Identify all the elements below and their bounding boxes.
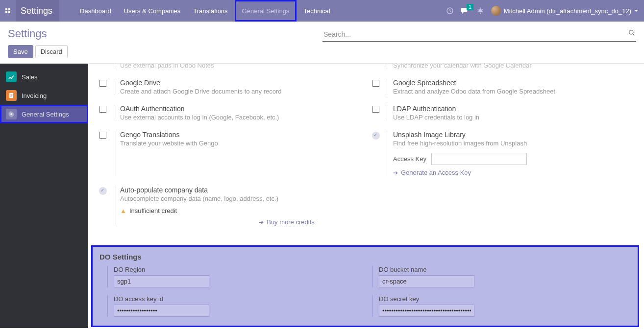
buy-credits-link[interactable]: ➔ Buy more credits	[248, 218, 326, 226]
checkbox-google-spreadsheet[interactable]	[372, 80, 379, 87]
messaging-badge: 1	[467, 4, 473, 10]
do-secret-label: DO secret key	[379, 295, 623, 303]
sidebar-item-invoicing[interactable]: Invoicing	[0, 86, 88, 105]
debug-icon[interactable]	[476, 7, 484, 15]
checkbox-google-drive[interactable]	[99, 80, 106, 87]
setting-desc: Autocomplete company data (name, logo, a…	[120, 195, 326, 202]
nav-dashboard[interactable]: Dashboard	[74, 0, 117, 22]
nav-users-companies[interactable]: Users & Companies	[118, 0, 187, 22]
setting-title: Auto-populate company data	[120, 186, 326, 194]
nav-translations[interactable]: Translations	[187, 0, 233, 22]
setting-unsplash: Unsplash Image Library Find free high-re…	[371, 131, 634, 176]
setting-title: Unsplash Image Library	[393, 131, 634, 139]
setting-title: OAuth Authentication	[120, 105, 361, 113]
control-panel: Settings Save Discard	[0, 22, 644, 64]
setting-desc: Find free high-resolution images from Un…	[393, 140, 634, 147]
sidebar-item-label: Sales	[22, 73, 38, 81]
checkbox-unsplash[interactable]	[372, 132, 380, 140]
do-settings-header: DO Settings	[93, 247, 638, 266]
page-title: Settings	[8, 27, 68, 40]
top-navbar: Settings Dashboard Users & Companies Tra…	[0, 0, 644, 22]
setting-title: Google Spreadsheet	[393, 79, 634, 87]
warning-icon: ▲	[120, 207, 126, 214]
unsplash-generate-link[interactable]: ➔ Generate an Access Key	[393, 169, 634, 176]
invoicing-icon	[6, 90, 17, 101]
do-bucket-input[interactable]	[379, 275, 474, 287]
sidebar-item-label: Invoicing	[22, 92, 47, 99]
unsplash-access-label: Access Key	[393, 155, 426, 163]
setting-gengo: Gengo Translations Translate your websit…	[98, 131, 361, 176]
nav-menu: Dashboard Users & Companies Translations…	[74, 0, 336, 22]
setting-desc: Use external accounts to log in (Google,…	[120, 114, 361, 121]
setting-google-spreadsheet: Google Spreadsheet Extract and analyze O…	[371, 79, 634, 95]
gear-icon	[6, 109, 17, 119]
setting-title: Google Drive	[120, 79, 361, 87]
setting-title: LDAP Authentication	[393, 105, 634, 113]
checkbox-ldap[interactable]	[372, 106, 379, 113]
setting-desc: Translate your website with Gengo	[120, 140, 361, 147]
setting-desc: Use LDAP credentials to log in	[393, 114, 634, 121]
do-settings-section: DO Settings DO Region DO bucket name	[91, 245, 639, 327]
setting-desc: Extract and analyze Odoo data from Googl…	[393, 88, 634, 95]
setting-title: Gengo Translations	[120, 131, 361, 139]
setting-desc: Synchronize your calendar with Google Ca…	[393, 64, 634, 69]
search-icon[interactable]	[628, 29, 635, 36]
sales-icon	[6, 71, 17, 82]
app-brand[interactable]: Settings	[16, 0, 59, 22]
setting-auto-populate: Auto-populate company data Autocomplete …	[98, 186, 634, 226]
settings-sidebar: Sales Invoicing General Settings	[0, 64, 88, 328]
nav-general-settings[interactable]: General Settings	[235, 0, 297, 22]
setting-oauth: OAuth Authentication Use external accoun…	[98, 105, 361, 121]
arrow-right-icon: ➔	[259, 219, 264, 226]
setting-ldap: LDAP Authentication Use LDAP credentials…	[371, 105, 634, 121]
do-region-input[interactable]	[114, 275, 209, 287]
do-access-label: DO access key id	[114, 295, 358, 303]
search-wrap	[322, 27, 636, 42]
discard-button[interactable]: Discard	[35, 45, 68, 58]
sidebar-item-general-settings[interactable]: General Settings	[0, 105, 88, 123]
save-button[interactable]: Save	[8, 45, 33, 58]
do-secret-input[interactable]	[379, 305, 474, 317]
do-access-input[interactable]	[114, 305, 209, 317]
checkbox-auto-populate[interactable]	[99, 187, 107, 195]
checkbox-gengo[interactable]	[99, 132, 106, 139]
messaging-icon[interactable]: 1	[461, 7, 470, 15]
sidebar-item-label: General Settings	[22, 111, 69, 118]
warn-text: Insufficient credit	[129, 207, 177, 214]
checkbox-oauth[interactable]	[99, 106, 106, 113]
sidebar-item-sales[interactable]: Sales	[0, 68, 88, 86]
user-name: Mitchell Admin (dtr_attachment_sync_do_1…	[504, 7, 631, 15]
nav-technical[interactable]: Technical	[297, 0, 336, 22]
apps-grid-icon	[5, 8, 10, 13]
settings-main: Use external pads in Odoo Notes Synchron…	[88, 64, 644, 328]
setting-desc: Use external pads in Odoo Notes	[120, 64, 361, 69]
search-input[interactable]	[322, 27, 636, 42]
arrow-right-icon: ➔	[393, 169, 398, 176]
unsplash-access-input[interactable]	[431, 153, 527, 165]
svg-point-2	[629, 30, 633, 34]
setting-desc: Create and attach Google Drive documents…	[120, 88, 361, 95]
clock-icon[interactable]	[446, 7, 454, 15]
nav-right: 1 Mitchell Admin (dtr_attachment_sync_do…	[446, 0, 644, 22]
do-bucket-label: DO bucket name	[379, 266, 623, 273]
do-region-label: DO Region	[114, 266, 358, 273]
svg-point-1	[479, 9, 482, 13]
setting-google-drive: Google Drive Create and attach Google Dr…	[98, 79, 361, 95]
avatar	[491, 6, 501, 16]
apps-launcher[interactable]	[0, 0, 16, 22]
chevron-down-icon	[634, 10, 638, 12]
user-menu[interactable]: Mitchell Admin (dtr_attachment_sync_do_1…	[491, 6, 638, 16]
